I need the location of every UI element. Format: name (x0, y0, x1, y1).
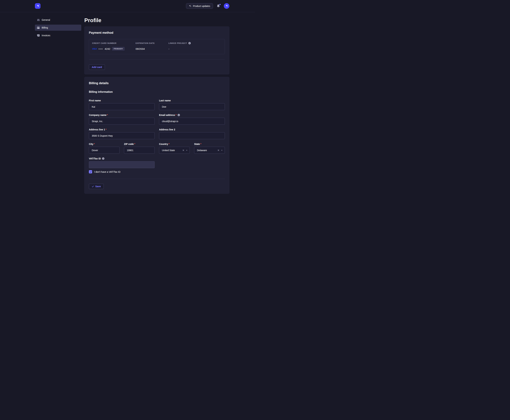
address1-input[interactable] (89, 132, 155, 139)
card-expiration-value: 09/2034 (135, 47, 168, 50)
no-vat-checkbox[interactable] (89, 170, 92, 173)
country-field-group: Country* United State ✕ ▾ (159, 143, 190, 154)
strapi-logo-icon (36, 5, 39, 8)
svg-text:$: $ (37, 34, 38, 36)
notifications-button[interactable] (217, 4, 220, 8)
sidebar-item-general[interactable]: General (35, 17, 81, 23)
email-info-icon[interactable]: i (178, 114, 180, 116)
first-name-field-group: First name (89, 99, 155, 110)
sparkles-icon (189, 5, 191, 7)
state-clear-icon[interactable]: ✕ (218, 149, 219, 152)
company-name-input[interactable] (89, 118, 155, 125)
checkbox-check-icon (90, 171, 92, 173)
address1-label: Address line 1* (89, 128, 155, 131)
vat-field-group: VAT/Tax ID i (89, 157, 155, 168)
required-asterisk: * (107, 114, 108, 116)
email-field-group: Email address* i (159, 114, 225, 125)
no-vat-checkbox-label: I don't have a VAT/Tax ID (94, 171, 120, 173)
state-label: State* (194, 143, 225, 145)
vat-input[interactable] (89, 161, 155, 168)
payment-methods-table: CREDIT CARD NUMBER EXPIRATION DATE LINKE… (89, 39, 225, 54)
credit-card-icon (37, 26, 40, 29)
city-label: City* (89, 143, 120, 145)
required-asterisk: * (105, 128, 106, 131)
zip-input[interactable] (124, 147, 155, 154)
save-button-label: Save (95, 185, 101, 188)
state-select[interactable]: Delaware ✕ ▾ (194, 147, 225, 154)
required-asterisk: * (176, 114, 176, 116)
country-clear-icon[interactable]: ✕ (182, 149, 184, 152)
payment-divider (89, 60, 225, 60)
card-number-dots: •••• (98, 48, 103, 50)
column-linked-project: LINKED PROJECT i (168, 42, 222, 44)
last-name-label: Last name (159, 99, 225, 102)
country-select[interactable]: United State ✕ ▾ (159, 147, 190, 154)
billing-information-heading: Billing information (89, 90, 225, 93)
sidebar-item-label: Invoices (42, 34, 50, 37)
state-caret-icon[interactable]: ▾ (221, 149, 222, 151)
country-label: Country* (159, 143, 190, 145)
page-title: Profile (84, 17, 229, 23)
add-card-button[interactable]: Add card (89, 64, 105, 70)
company-name-label: Company name* (89, 114, 155, 116)
avatar-strapi-icon (225, 5, 228, 8)
settings-sidebar: General Billing $ (35, 12, 81, 196)
billing-form: First name Last name Company na (89, 99, 225, 189)
required-asterisk: * (134, 143, 135, 145)
address2-input[interactable] (159, 132, 225, 139)
save-check-icon (92, 186, 94, 188)
payment-card-row: VISA •••• 4242 PRIMARY 09/2034 - (92, 47, 222, 51)
zip-field-group: ZIP code* (124, 143, 155, 154)
linked-project-value: - (168, 47, 222, 50)
city-field-group: City* (89, 143, 120, 154)
topbar: Product updates (0, 0, 255, 12)
sidebar-item-label: Billing (42, 26, 48, 29)
linked-project-info-icon[interactable]: i (188, 42, 191, 44)
user-avatar[interactable] (224, 3, 229, 9)
vat-label: VAT/Tax ID i (89, 157, 155, 160)
product-updates-button[interactable]: Product updates (186, 3, 213, 9)
visa-brand-mark: VISA (92, 48, 97, 50)
save-button[interactable]: Save (89, 184, 104, 189)
required-asterisk: * (169, 143, 170, 145)
billing-details-heading: Billing details (89, 82, 225, 85)
sidebar-item-billing[interactable]: Billing (35, 25, 81, 31)
vat-checkbox-row: I don't have a VAT/Tax ID (89, 170, 225, 173)
sidebar-item-label: General (42, 19, 50, 21)
company-name-field-group: Company name* (89, 114, 155, 125)
first-name-label: First name (89, 99, 155, 102)
address2-label: Address line 2 (159, 128, 225, 131)
sidebar-item-invoices[interactable]: $ Invoices (35, 32, 81, 38)
primary-badge: PRIMARY (112, 47, 125, 51)
last-name-field-group: Last name (159, 99, 225, 110)
form-divider (89, 179, 225, 179)
first-name-input[interactable] (89, 103, 155, 110)
state-value: Delaware (197, 149, 218, 152)
address2-field-group: Address line 2 (159, 128, 225, 139)
strapi-logo[interactable] (35, 3, 40, 9)
city-input[interactable] (89, 147, 120, 154)
required-asterisk: * (200, 143, 201, 145)
column-credit-card-number: CREDIT CARD NUMBER (92, 42, 135, 44)
email-label: Email address* i (159, 114, 225, 116)
card-last4: 4242 (105, 47, 110, 50)
required-asterisk: * (94, 143, 95, 145)
country-value: United State (162, 149, 182, 152)
payment-method-heading: Payment method (89, 31, 225, 35)
address1-field-group: Address line 1* (89, 128, 155, 139)
country-caret-icon[interactable]: ▾ (186, 149, 187, 151)
state-field-group: State* Delaware ✕ ▾ (194, 143, 225, 154)
notification-dot (219, 4, 221, 5)
last-name-input[interactable] (159, 103, 225, 110)
payment-method-card: Payment method CREDIT CARD NUMBER EXPIRA… (84, 26, 229, 74)
invoice-icon: $ (37, 34, 40, 37)
column-expiration-date: EXPIRATION DATE (135, 42, 168, 44)
zip-label: ZIP code* (124, 143, 155, 145)
product-updates-label: Product updates (193, 5, 210, 8)
vat-info-icon[interactable]: i (102, 157, 104, 160)
billing-details-card: Billing details Billing information Firs… (84, 77, 229, 194)
payment-table-header: CREDIT CARD NUMBER EXPIRATION DATE LINKE… (92, 42, 222, 44)
email-input[interactable] (159, 118, 225, 125)
main-content: Profile Payment method CREDIT CARD NUMBE… (84, 12, 229, 196)
sliders-icon (37, 19, 40, 21)
